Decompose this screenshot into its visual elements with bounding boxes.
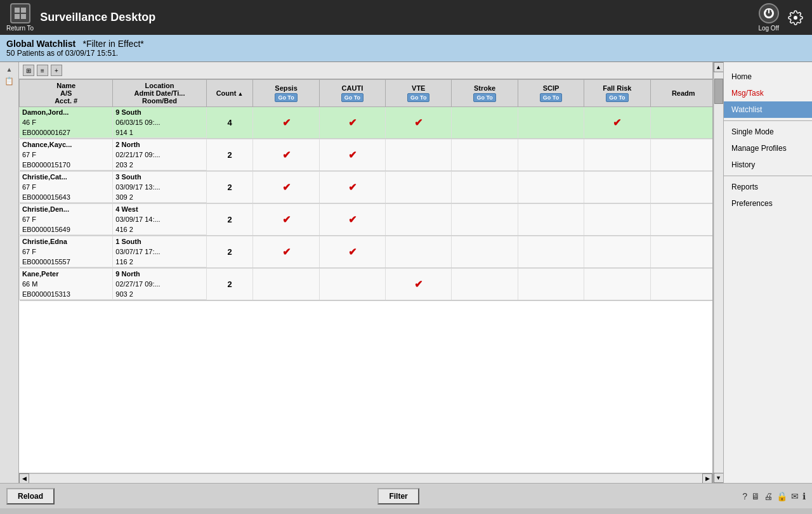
col-header-sepsis: SepsisGo To (253, 80, 319, 107)
patient-count-5: 2 (206, 269, 253, 300)
patient-name-5[interactable]: Kane,Peter (20, 269, 113, 279)
checkmark-icon: ✔ (348, 182, 357, 193)
sidebar-item-manage-profiles[interactable]: Manage Profiles (724, 140, 812, 157)
filter-button[interactable]: Filter (377, 488, 419, 504)
reload-button[interactable]: Reload (6, 488, 55, 504)
sidebar-item-watchlist[interactable]: Watchlist (724, 101, 812, 118)
patient-vte-5: ✔ (386, 269, 452, 300)
patient-name-3[interactable]: Christie,Den... (20, 204, 113, 215)
patient-agesex-4: 67 F (20, 247, 113, 257)
svg-rect-0 (15, 8, 20, 13)
patient-acct-3: EB0000015649 (20, 224, 113, 235)
patient-scip-2 (518, 172, 584, 203)
patient-readm-3 (650, 204, 712, 235)
hscroll-left-arrow[interactable]: ◀ (19, 473, 29, 484)
stroke-goto-button[interactable]: Go To (473, 93, 495, 102)
patient-sepsis-4: ✔ (253, 236, 319, 267)
toolbar-list-btn[interactable]: ≡ (37, 65, 48, 76)
table-row-0-top[interactable]: Damon,Jord... 9 South 4 ✔ ✔ ✔ ✔ (20, 107, 713, 118)
patient-acct-0: EB0000001627 (20, 127, 113, 138)
patient-roombed-2: 309 2 (113, 192, 206, 203)
table-scroll[interactable]: Name A/S Acct. # Location Admit Date/Ti.… (19, 79, 712, 473)
patient-name-0[interactable]: Damon,Jord... (20, 107, 113, 118)
watchlist-label: Global Watchlist (6, 39, 75, 49)
patient-readm-1 (650, 139, 712, 170)
checkmark-icon: ✔ (282, 182, 291, 193)
patient-fallrisk-0: ✔ (584, 107, 650, 138)
bottom-icons: ? 🖥 🖨 🔒 ✉ ℹ (742, 491, 806, 501)
return-to-button[interactable]: Return To (6, 3, 34, 32)
patient-name-1[interactable]: Chance,Kayc... (20, 139, 113, 150)
subheader-info: 50 Patients as of 03/09/17 15:51. (6, 49, 806, 58)
sidebar-item-reports[interactable]: Reports (724, 179, 812, 195)
col-header-readm: Readm (650, 80, 712, 107)
col-loc-line2: Admit Date/Ti... (115, 89, 203, 97)
lock-icon[interactable]: 🔒 (776, 491, 787, 501)
gutter-icon[interactable]: 📋 (4, 77, 14, 86)
patient-roombed-5: 903 2 (113, 289, 206, 300)
patient-agesex-2: 67 F (20, 182, 113, 192)
col-header-count[interactable]: Count▲ (206, 80, 253, 107)
checkmark-icon: ✔ (613, 117, 621, 128)
patient-vte-2 (386, 172, 452, 203)
scroll-thumb[interactable] (714, 79, 723, 104)
monitor-icon[interactable]: 🖥 (751, 491, 760, 501)
toolbar-add-btn[interactable]: + (51, 65, 62, 76)
col-header-scip: SCIPGo To (518, 80, 584, 107)
patient-stroke-4 (452, 236, 518, 267)
logoff-button[interactable]: Log Off (758, 3, 779, 32)
patient-readm-0 (650, 107, 712, 138)
patient-stroke-0 (452, 107, 518, 138)
patient-cauti-2: ✔ (319, 172, 385, 203)
sepsis-goto-button[interactable]: Go To (275, 93, 297, 102)
sidebar-item-history[interactable]: History (724, 157, 812, 173)
scip-goto-button[interactable]: Go To (540, 93, 562, 102)
scroll-up-arrow[interactable]: ▲ (714, 62, 724, 72)
table-row-2-top[interactable]: Christie,Cat... 3 South 2 ✔ ✔ (20, 172, 713, 183)
toolbar-grid-btn[interactable]: ⊞ (23, 65, 34, 76)
patient-roombed-1: 203 2 (113, 160, 206, 170)
sidebar-item-preferences[interactable]: Preferences (724, 195, 812, 212)
settings-button[interactable] (785, 8, 806, 28)
subheader: Global Watchlist *Filter in Effect* 50 P… (0, 35, 812, 62)
cauti-goto-button[interactable]: Go To (341, 93, 363, 102)
checkmark-icon: ✔ (282, 117, 291, 128)
scroll-down-arrow[interactable]: ▼ (714, 473, 724, 483)
scroll-track[interactable] (714, 72, 723, 473)
patient-location-2: 3 South (113, 172, 206, 183)
table-row-3-top[interactable]: Christie,Den... 4 West 2 ✔ ✔ (20, 204, 713, 215)
table-row-1-top[interactable]: Chance,Kayc... 2 North 2 ✔ ✔ (20, 139, 713, 150)
col-loc-line1: Location (115, 82, 203, 89)
help-icon[interactable]: ? (742, 491, 747, 501)
hscroll-track[interactable] (29, 474, 702, 483)
fallrisk-goto-button[interactable]: Go To (606, 93, 628, 102)
patient-scip-0 (518, 107, 584, 138)
return-to-label: Return To (6, 25, 34, 32)
gutter-up-arrow[interactable]: ▲ (5, 65, 14, 74)
patient-scip-1 (518, 139, 584, 170)
checkmark-icon: ✔ (348, 214, 357, 225)
patient-stroke-2 (452, 172, 518, 203)
email-icon[interactable]: ✉ (791, 491, 799, 501)
print-icon[interactable]: 🖨 (764, 491, 773, 501)
patient-scip-5 (518, 269, 584, 300)
sidebar-item-single-mode[interactable]: Single Mode (724, 124, 812, 140)
info-icon[interactable]: ℹ (802, 491, 806, 501)
patient-cauti-4: ✔ (319, 236, 385, 267)
patient-fallrisk-4 (584, 236, 650, 267)
patient-count-2: 2 (206, 172, 253, 203)
table-row-5-top[interactable]: Kane,Peter 9 North 2 ✔ (20, 269, 713, 279)
sidebar-item-msg-task[interactable]: Msg/Task (724, 85, 812, 101)
vte-goto-button[interactable]: Go To (407, 93, 429, 102)
svg-rect-3 (21, 14, 26, 19)
header-left: Return To Surveillance Desktop (6, 3, 155, 32)
hscroll-right-arrow[interactable]: ▶ (702, 473, 712, 484)
col-header-cauti: CAUTIGo To (319, 80, 385, 107)
col-header-location: Location Admit Date/Ti... Room/Bed (113, 80, 206, 107)
patient-admitdate-1: 02/21/17 09:... (113, 150, 206, 160)
col-header-vte: VTEGo To (386, 80, 452, 107)
patient-name-2[interactable]: Christie,Cat... (20, 172, 113, 183)
patient-name-4[interactable]: Christie,Edna (20, 236, 113, 247)
table-row-4-top[interactable]: Christie,Edna 1 South 2 ✔ ✔ (20, 236, 713, 247)
sidebar-item-home[interactable]: Home (724, 68, 812, 85)
